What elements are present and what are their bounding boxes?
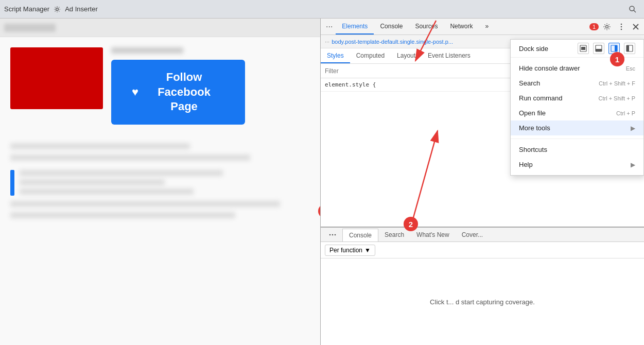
svg-point-4 bbox=[621, 23, 622, 25]
menu-item-run-command[interactable]: Run command Ctrl + Shift + P bbox=[511, 91, 643, 106]
devtools-panel: ··· Elements Console Sources Network » 1 bbox=[320, 19, 644, 345]
web-content-area: ♥ Follow Facebook Page 3 bbox=[0, 19, 320, 345]
tab-event-listeners[interactable]: Event Listeners bbox=[422, 48, 477, 63]
main-context-menu[interactable]: Dock side bbox=[510, 39, 644, 176]
heart-icon: ♥ bbox=[132, 85, 138, 100]
devtools-close-button[interactable] bbox=[630, 21, 642, 33]
tab-elements[interactable]: Elements bbox=[336, 19, 374, 34]
svg-line-2 bbox=[634, 10, 636, 12]
tab-more[interactable]: » bbox=[479, 19, 495, 34]
svg-point-11 bbox=[335, 234, 336, 235]
svg-rect-13 bbox=[581, 47, 585, 50]
context-menu-section-2: Shortcuts Help ▶ bbox=[511, 139, 643, 175]
devtools-more-button[interactable] bbox=[615, 21, 628, 33]
dock-undock-icon[interactable] bbox=[578, 43, 589, 54]
menu-item-hide-console[interactable]: Hide console drawer Esc bbox=[511, 61, 643, 76]
follow-button-label: Follow Facebook Page bbox=[144, 70, 224, 114]
coverage-content-area: Click t... d start capturing coverage. bbox=[321, 258, 644, 345]
tab-console[interactable]: Console bbox=[374, 19, 409, 34]
follow-facebook-button[interactable]: ♥ Follow Facebook Page bbox=[111, 60, 245, 125]
bottom-tab-cover[interactable]: Cover... bbox=[456, 228, 489, 242]
svg-point-1 bbox=[630, 6, 634, 11]
dock-left-icon[interactable] bbox=[624, 43, 635, 54]
svg-point-0 bbox=[56, 8, 59, 10]
plugin-bar bbox=[0, 19, 320, 37]
per-function-button[interactable]: Per function ▼ bbox=[325, 245, 375, 256]
tab-styles[interactable]: Styles bbox=[321, 48, 350, 63]
browser-topbar: Script Manager Ad Inserter bbox=[0, 0, 644, 19]
dock-side-section: Dock side bbox=[511, 40, 643, 58]
svg-point-9 bbox=[329, 234, 331, 235]
svg-rect-19 bbox=[626, 45, 629, 51]
menu-item-search[interactable]: Search Ctrl + Shift + F bbox=[511, 76, 643, 91]
svg-point-10 bbox=[332, 234, 334, 235]
dropdown-icon: ▼ bbox=[364, 247, 371, 254]
svg-point-6 bbox=[621, 28, 622, 30]
menu-item-shortcuts[interactable]: Shortcuts bbox=[511, 142, 643, 157]
svg-point-5 bbox=[621, 26, 622, 27]
devtools-bottom-tabs: Console Search What's New Cover... bbox=[321, 228, 644, 242]
bottom-tab-dots[interactable] bbox=[323, 228, 342, 242]
page-image-block bbox=[10, 47, 103, 109]
dock-right-icon[interactable] bbox=[608, 43, 620, 54]
ext1-label: Script Manager bbox=[4, 5, 49, 13]
error-badge: 1 bbox=[589, 23, 599, 30]
browser-search-button[interactable] bbox=[625, 2, 640, 16]
tab-computed[interactable]: Computed bbox=[350, 48, 391, 63]
devtools-top-tabs: ··· Elements Console Sources Network » 1 bbox=[321, 19, 644, 35]
ext2-label: Ad Inserter bbox=[65, 5, 98, 13]
gear-icon bbox=[54, 6, 61, 13]
tab-sources[interactable]: Sources bbox=[409, 19, 444, 34]
tab-layout[interactable]: Layout bbox=[391, 48, 422, 63]
breadcrumb-text: body.post-template-default.single.single… bbox=[332, 39, 453, 45]
menu-item-open-file[interactable]: Open file Ctrl + P bbox=[511, 106, 643, 120]
menu-item-help[interactable]: Help ▶ bbox=[511, 157, 643, 172]
bottom-tab-whats-new[interactable]: What's New bbox=[410, 228, 456, 242]
dock-side-label: Dock side bbox=[519, 45, 573, 53]
svg-rect-17 bbox=[615, 45, 617, 51]
tab-network[interactable]: Network bbox=[444, 19, 479, 34]
bottom-tab-console[interactable]: Console bbox=[342, 229, 378, 242]
devtools-tab-dots[interactable]: ··· bbox=[323, 19, 336, 34]
devtools-settings-button[interactable] bbox=[601, 21, 613, 33]
per-function-bar: Per function ▼ bbox=[321, 242, 644, 258]
svg-point-3 bbox=[606, 25, 608, 28]
dock-bottom-icon[interactable] bbox=[593, 43, 604, 54]
devtools-action-icons: 1 bbox=[589, 19, 642, 34]
svg-rect-15 bbox=[596, 49, 602, 51]
bottom-tab-search[interactable]: Search bbox=[378, 228, 410, 242]
context-menu-section-1: Hide console drawer Esc Search Ctrl + Sh… bbox=[511, 58, 643, 139]
menu-item-more-tools[interactable]: More tools ▶ bbox=[511, 120, 643, 135]
